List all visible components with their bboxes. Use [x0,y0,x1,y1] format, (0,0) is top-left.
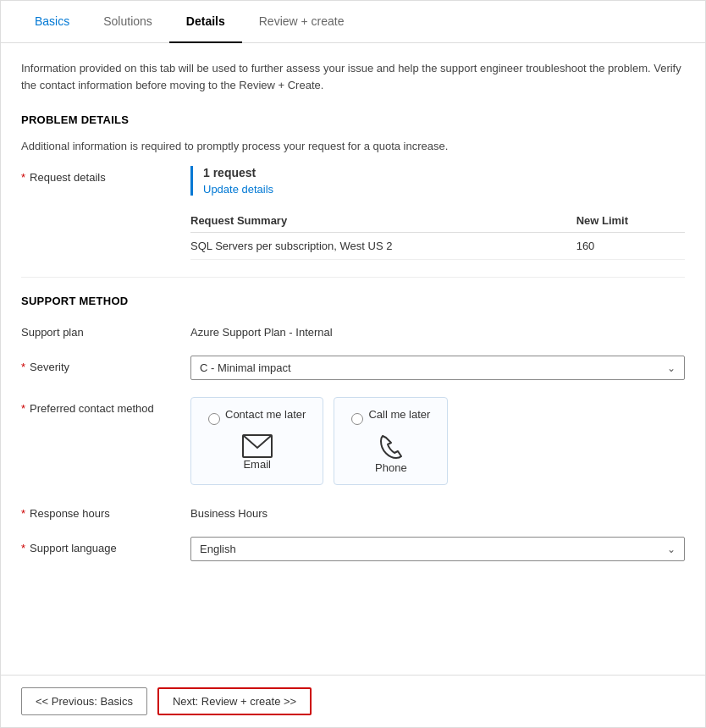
support-language-dropdown-wrapper: English ⌄ [190,537,685,561]
support-plan-label: Support plan [21,321,190,339]
support-language-label: * Support language [21,537,190,554]
contact-card-email[interactable]: Contact me later Email [190,397,323,485]
severity-dropdown-wrapper: C - Minimal impact ⌄ [190,356,685,380]
support-plan-row: Support plan Azure Support Plan - Intern… [21,321,685,339]
request-count: 1 request [203,166,685,179]
required-star: * [21,171,25,184]
support-language-dropdown[interactable]: English ⌄ [190,537,685,561]
section-divider-1 [21,277,685,278]
limit-cell: 160 [576,233,685,260]
request-details-row: * Request details 1 request Update detai… [21,166,685,260]
summary-cell: SQL Servers per subscription, West US 2 [190,233,576,260]
main-content: Information provided on this tab will be… [1,43,705,675]
support-language-row: * Support language English ⌄ [21,537,685,561]
phone-radio-row: Call me later [351,408,430,429]
severity-dropdown[interactable]: C - Minimal impact ⌄ [190,356,685,380]
next-button[interactable]: Next: Review + create >> [157,687,312,715]
contact-cards: Contact me later Email Call me later [190,397,685,485]
problem-details-title: PROBLEM DETAILS [21,113,685,126]
email-radio-row: Contact me later [208,408,306,429]
severity-row: * Severity C - Minimal impact ⌄ [21,356,685,380]
tab-solutions[interactable]: Solutions [86,1,169,43]
chevron-down-icon: ⌄ [667,362,676,374]
problem-details-desc: Additional information is required to pr… [21,140,685,152]
contact-method-label: * Preferred contact method [21,397,190,415]
prev-button[interactable]: << Previous: Basics [21,687,147,715]
support-method-title: SUPPORT METHOD [21,295,685,307]
request-details-value: 1 request Update details Request Summary… [190,166,685,260]
tab-details[interactable]: Details [169,1,242,43]
email-card-title: Contact me later [225,408,306,421]
email-label: Email [243,458,271,471]
request-details-label: * Request details [21,166,190,184]
tab-basics[interactable]: Basics [18,1,86,43]
response-hours-row: * Response hours Business Hours [21,502,685,520]
email-icon [242,434,273,458]
tab-bar: Basics Solutions Details Review + create [1,1,705,43]
col-header-limit: New Limit [576,209,685,233]
contact-method-row: * Preferred contact method Contact me la… [21,397,685,485]
response-hours-label: * Response hours [21,502,190,520]
table-row: SQL Servers per subscription, West US 21… [190,233,685,260]
request-block: 1 request Update details [190,166,685,196]
response-hours-value: Business Hours [190,502,685,520]
contact-card-phone[interactable]: Call me later Phone [334,397,448,485]
chevron-down-icon-lang: ⌄ [667,543,676,555]
required-star-language: * [21,542,25,554]
contact-cards-wrapper: Contact me later Email Call me later [190,397,685,485]
phone-card-title: Call me later [368,408,430,421]
tab-review-create[interactable]: Review + create [242,1,361,43]
required-star-contact: * [21,402,25,415]
severity-dropdown-value: C - Minimal impact [200,361,291,374]
email-radio-button[interactable] [208,413,220,425]
support-plan-value: Azure Support Plan - Internal [190,321,685,339]
footer: << Previous: Basics Next: Review + creat… [1,675,705,727]
required-star-response: * [21,507,25,520]
request-summary-table: Request Summary New Limit SQL Servers pe… [190,209,685,260]
support-language-value: English [200,543,236,555]
severity-label: * Severity [21,356,190,373]
col-header-summary: Request Summary [190,209,576,233]
phone-icon [378,434,405,461]
intro-text: Information provided on this tab will be… [21,60,685,93]
phone-label: Phone [375,461,407,474]
update-details-link[interactable]: Update details [203,183,273,196]
required-star-severity: * [21,361,25,373]
phone-radio-button[interactable] [351,413,363,425]
